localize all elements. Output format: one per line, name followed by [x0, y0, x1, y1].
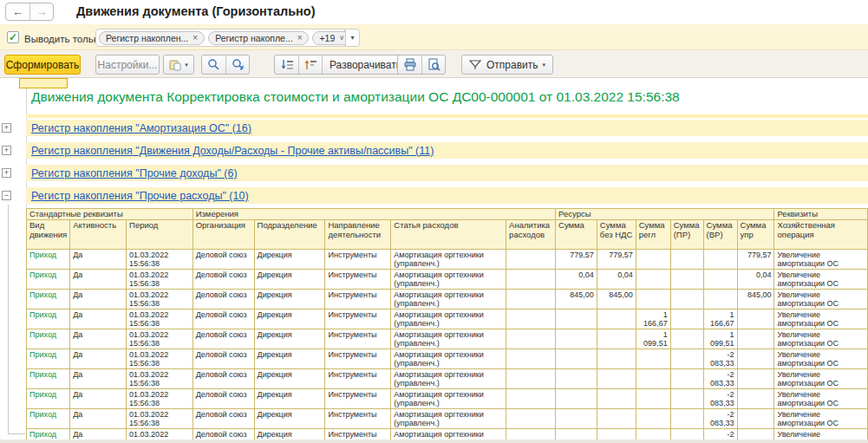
table-cell[interactable]: Амортизация оргтехники (управленч.) [391, 429, 506, 440]
table-cell[interactable]: Амортизация оргтехники (управленч.) [391, 409, 506, 429]
table-cell[interactable]: Увеличение амортизации ОС [774, 349, 868, 369]
table-cell[interactable] [737, 329, 774, 349]
table-cell[interactable]: Амортизация оргтехники (управленч.) [391, 250, 506, 270]
table-cell[interactable]: 01.03.2022 15:56:38 [127, 329, 193, 349]
table-cell[interactable] [670, 290, 703, 309]
table-cell[interactable] [556, 309, 597, 329]
collapse-groups-button[interactable] [298, 55, 322, 74]
table-cell[interactable]: Амортизация оргтехники (управленч.) [391, 290, 506, 309]
table-cell[interactable] [670, 369, 703, 389]
table-cell[interactable]: Приход [27, 389, 70, 409]
table-cell[interactable]: Дирекция [254, 349, 325, 369]
table-cell[interactable]: Инструменты [325, 309, 391, 329]
table-cell[interactable]: Дирекция [254, 329, 325, 349]
table-cell[interactable] [506, 329, 556, 349]
table-cell[interactable]: Дирекция [254, 389, 325, 409]
table-cell[interactable] [670, 349, 703, 369]
table-cell[interactable]: 01.03.2022 15:56:38 [127, 349, 193, 369]
table-cell[interactable]: 01.03.2022 15:56:38 [127, 309, 193, 329]
chip-close-icon[interactable]: × [193, 33, 198, 42]
table-cell[interactable]: Да [70, 429, 127, 440]
table-cell[interactable] [670, 270, 703, 290]
table-cell[interactable]: Деловой союз [193, 429, 254, 440]
table-cell[interactable] [636, 290, 670, 309]
table-cell[interactable]: Инструменты [325, 270, 391, 290]
table-cell[interactable] [670, 429, 703, 440]
table-cell[interactable] [636, 409, 670, 429]
table-cell[interactable] [737, 429, 774, 440]
table-cell[interactable]: Амортизация оргтехники (управленч.) [391, 369, 506, 389]
expand-groups-button[interactable] [275, 55, 298, 74]
table-cell[interactable] [597, 429, 636, 440]
table-cell[interactable] [703, 290, 737, 309]
section-link-1[interactable]: Регистр накопления "Движения Доходы/Расх… [31, 145, 434, 157]
table-cell[interactable] [597, 309, 636, 329]
chip-close-icon[interactable]: × [297, 33, 303, 42]
table-cell[interactable]: -2 083,33 [703, 389, 737, 409]
table-cell[interactable]: 1 099,51 [703, 329, 737, 349]
table-cell[interactable]: Приход [27, 429, 70, 440]
table-cell[interactable] [597, 329, 636, 349]
print-preview-button[interactable] [421, 55, 445, 74]
table-cell[interactable]: Да [70, 290, 127, 309]
table-cell[interactable] [636, 270, 670, 290]
table-cell[interactable] [636, 429, 670, 440]
table-cell[interactable] [670, 409, 703, 429]
table-cell[interactable]: Увеличение амортизации ОС [774, 389, 868, 409]
table-cell[interactable] [597, 409, 636, 429]
table-cell[interactable]: Увеличение амортизации ОС [774, 429, 868, 440]
table-cell[interactable]: Дирекция [254, 409, 325, 429]
table-cell[interactable] [636, 389, 670, 409]
section-link-3[interactable]: Регистр накопления "Прочие расходы" (10) [31, 190, 249, 202]
section-link-2[interactable]: Регистр накопления "Прочие доходы" (6) [31, 167, 238, 179]
selected-corner-cell[interactable] [19, 78, 68, 88]
table-cell[interactable]: 01.03.2022 15:56:38 [127, 369, 193, 389]
table-cell[interactable]: 01.03.2022 15:56:38 [127, 250, 193, 270]
table-cell[interactable]: Увеличение амортизации ОС [774, 309, 868, 329]
table-cell[interactable]: Амортизация оргтехники (управленч.) [391, 329, 506, 349]
table-cell[interactable]: Дирекция [254, 309, 325, 329]
table-cell[interactable]: Да [70, 349, 127, 369]
table-cell[interactable] [506, 429, 556, 440]
table-cell[interactable]: 845,00 [556, 290, 597, 309]
table-cell[interactable]: Увеличение амортизации ОС [774, 250, 868, 270]
table-cell[interactable]: -2 083,33 [703, 349, 737, 369]
table-cell[interactable]: 01.03.2022 15:56:38 [127, 429, 193, 440]
expand-section-icon[interactable]: + [2, 168, 11, 178]
table-cell[interactable] [506, 409, 556, 429]
table-cell[interactable]: Увеличение амортизации ОС [774, 270, 868, 290]
table-cell[interactable]: Амортизация оргтехники (управленч.) [391, 349, 506, 369]
table-cell[interactable]: Увеличение амортизации ОС [774, 329, 868, 349]
expand-section-icon[interactable]: + [2, 123, 11, 133]
table-cell[interactable]: Приход [27, 250, 70, 270]
register-chip-2[interactable]: Регистр накопле... × [208, 31, 309, 45]
table-cell[interactable]: Да [70, 409, 127, 429]
table-cell[interactable]: Приход [27, 369, 70, 389]
table-cell[interactable]: 01.03.2022 15:56:38 [127, 389, 193, 409]
table-cell[interactable]: Инструменты [325, 290, 391, 309]
table-cell[interactable] [506, 290, 556, 309]
table-cell[interactable]: 845,00 [597, 290, 636, 309]
table-cell[interactable]: Приход [27, 349, 70, 369]
report-variants-button[interactable]: ▾ [164, 55, 193, 74]
table-cell[interactable]: Увеличение амортизации ОС [774, 290, 868, 309]
table-cell[interactable]: Увеличение амортизации ОС [774, 369, 868, 389]
generate-button[interactable]: Сформировать [4, 55, 81, 75]
table-cell[interactable]: 845,00 [737, 290, 774, 309]
table-cell[interactable]: Дирекция [254, 250, 325, 270]
table-cell[interactable]: Да [70, 329, 127, 349]
table-cell[interactable] [670, 329, 703, 349]
table-cell[interactable] [670, 309, 703, 329]
table-cell[interactable] [597, 389, 636, 409]
table-cell[interactable]: 1 099,51 [636, 329, 670, 349]
table-cell[interactable]: Приход [27, 329, 70, 349]
table-cell[interactable]: 0,04 [737, 270, 774, 290]
register-chip-field[interactable]: Регистр накоплен... × Регистр накопле...… [95, 29, 345, 47]
table-cell[interactable]: Увеличение амортизации ОС [774, 409, 868, 429]
table-cell[interactable] [556, 429, 597, 440]
table-cell[interactable]: 01.03.2022 15:56:38 [127, 409, 193, 429]
table-cell[interactable]: 1 166,67 [636, 309, 670, 329]
table-cell[interactable] [597, 349, 636, 369]
table-cell[interactable]: Да [70, 270, 127, 290]
section-link-0[interactable]: Регистр накопления "Амортизация ОС" (16) [31, 122, 251, 134]
